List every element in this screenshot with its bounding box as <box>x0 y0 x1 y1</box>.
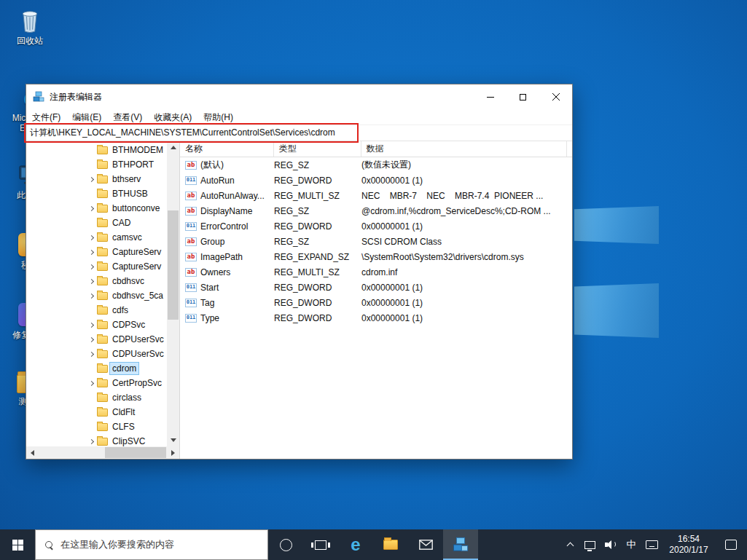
close-button[interactable] <box>539 84 572 109</box>
chevron-right-icon[interactable] <box>87 379 95 387</box>
volume-button[interactable] <box>600 529 622 560</box>
registry-value-row[interactable]: Tag REG_DWORD 0x00000001 (1) <box>180 295 572 310</box>
tree-item[interactable]: CldFlt <box>26 405 167 419</box>
registry-value-row[interactable]: ImagePath REG_EXPAND_SZ \SystemRoot\Syst… <box>180 249 572 264</box>
tree-item[interactable]: camsvc <box>26 230 167 245</box>
vertical-scroll-thumb[interactable] <box>168 210 179 320</box>
chevron-right-icon[interactable] <box>87 321 95 328</box>
horizontal-scroll-thumb[interactable] <box>105 447 166 458</box>
chevron-right-icon[interactable] <box>87 292 95 299</box>
mail-button[interactable] <box>408 529 443 560</box>
file-explorer-button[interactable] <box>373 529 408 560</box>
chevron-right-icon[interactable] <box>87 234 95 241</box>
tree-item[interactable]: bthserv <box>26 172 167 186</box>
chevron-right-icon[interactable] <box>87 438 95 445</box>
touch-keyboard-button[interactable] <box>641 529 662 560</box>
chevron-right-icon[interactable] <box>87 205 95 212</box>
tree-item[interactable]: BTHMODEM <box>26 143 167 157</box>
folder-icon <box>97 321 108 329</box>
tree-horizontal-scrollbar[interactable] <box>26 446 179 459</box>
scroll-down-button[interactable] <box>167 434 179 446</box>
menu-view[interactable]: 查看(V) <box>107 109 148 125</box>
tray-overflow-button[interactable] <box>560 529 579 560</box>
menu-favorites[interactable]: 收藏夹(A) <box>148 109 197 125</box>
menu-edit[interactable]: 编辑(E) <box>66 109 107 125</box>
registry-editor-taskbar-button[interactable] <box>443 529 478 560</box>
registry-value-row[interactable]: Group REG_SZ SCSI CDROM Class <box>180 234 572 249</box>
taskbar-search-box[interactable]: 在这里输入你要搜索的内容 <box>35 529 268 560</box>
cortana-button[interactable] <box>268 529 303 560</box>
address-bar[interactable]: 计算机\HKEY_LOCAL_MACHINE\SYSTEM\CurrentCon… <box>26 125 572 141</box>
tree-item[interactable]: BTHUSB <box>26 186 167 201</box>
registry-value-row[interactable]: ErrorControl REG_DWORD 0x00000001 (1) <box>180 218 572 234</box>
tree-item[interactable]: cdrom <box>26 361 167 376</box>
chevron-right-icon[interactable] <box>87 263 95 270</box>
tree-item[interactable]: CDPUserSvc <box>26 347 167 361</box>
desktop-icon-recycle-bin[interactable]: 回收站 <box>9 7 51 46</box>
minimize-button[interactable] <box>474 84 507 109</box>
tree-item[interactable]: BTHPORT <box>26 157 167 172</box>
maximize-button[interactable] <box>507 84 539 109</box>
tree-item[interactable]: CDPUserSvc <box>26 332 167 347</box>
start-button[interactable] <box>0 529 35 560</box>
registry-value-row[interactable]: AutoRun REG_DWORD 0x00000001 (1) <box>180 173 572 188</box>
value-name: ErrorControl <box>200 221 248 232</box>
search-icon <box>45 541 53 549</box>
chevron-right-icon[interactable] <box>87 350 95 358</box>
scroll-right-button[interactable] <box>167 446 179 459</box>
menu-file[interactable]: 文件(F) <box>26 109 66 125</box>
taskbar: 在这里输入你要搜索的内容 e 中 <box>0 529 747 560</box>
registry-value-row[interactable]: AutoRunAlway... REG_MULTI_SZ NEC MBR-7 N… <box>180 188 572 203</box>
column-header-type[interactable]: 类型 <box>274 141 361 157</box>
edge-taskbar-button[interactable]: e <box>338 529 373 560</box>
task-view-button[interactable] <box>303 529 338 560</box>
keyboard-icon <box>646 540 658 549</box>
value-name: (默认) <box>200 159 224 171</box>
task-view-icon <box>315 540 326 550</box>
tree-item[interactable]: CaptureServ <box>26 245 167 259</box>
tree-item[interactable]: CAD <box>26 216 167 230</box>
chevron-right-icon[interactable] <box>87 248 95 256</box>
value-type: REG_EXPAND_SZ <box>274 252 361 262</box>
tree-item[interactable]: cdfs <box>26 303 167 318</box>
registry-value-row[interactable]: Type REG_DWORD 0x00000001 (1) <box>180 310 572 326</box>
tree-item-label: buttonconve <box>110 202 162 214</box>
desktop-icon-label: 回收站 <box>17 36 43 46</box>
chevron-right-icon[interactable] <box>87 336 95 343</box>
folder-icon <box>97 277 108 285</box>
ime-indicator[interactable]: 中 <box>622 529 641 560</box>
value-data: \SystemRoot\System32\drivers\cdrom.sys <box>361 252 572 262</box>
registry-value-row[interactable]: DisplayName REG_SZ @cdrom.inf,%cdrom_Ser… <box>180 203 572 218</box>
action-center-button[interactable] <box>715 529 747 560</box>
tree-item[interactable]: cbdhsvc_5ca <box>26 288 167 303</box>
network-button[interactable] <box>579 529 600 560</box>
column-header-data[interactable]: 数据 <box>361 141 567 157</box>
tree-item[interactable]: CLFS <box>26 419 167 434</box>
tree-item-label: circlass <box>110 392 144 403</box>
menu-help[interactable]: 帮助(H) <box>197 109 239 125</box>
chevron-right-icon[interactable] <box>87 176 95 183</box>
chevron-right-icon[interactable] <box>87 277 95 285</box>
column-header-name[interactable]: 名称 <box>180 141 274 157</box>
scroll-left-button[interactable] <box>26 446 39 459</box>
tree-item[interactable]: buttonconve <box>26 201 167 216</box>
scroll-up-button[interactable] <box>167 141 179 154</box>
tree-item[interactable]: CDPSvc <box>26 318 167 332</box>
windows-logo-icon <box>12 540 23 551</box>
tree-item[interactable]: CertPropSvc <box>26 376 167 390</box>
registry-value-row[interactable]: Start REG_DWORD 0x00000001 (1) <box>180 280 572 295</box>
tree-item[interactable]: cbdhsvc <box>26 274 167 288</box>
registry-value-row[interactable]: (默认) REG_SZ (数值未设置) <box>180 157 572 173</box>
arrow-up-icon <box>171 146 176 149</box>
folder-icon <box>97 350 108 358</box>
value-type-icon <box>185 299 197 307</box>
tree-item[interactable]: circlass <box>26 390 167 405</box>
taskbar-clock[interactable]: 16:54 2020/1/17 <box>662 529 715 560</box>
title-bar[interactable]: 注册表编辑器 <box>26 84 572 109</box>
tree-item[interactable]: ClipSVC <box>26 434 167 446</box>
tree-item[interactable]: CaptureServ <box>26 259 167 274</box>
folder-icon <box>97 263 108 271</box>
registry-value-row[interactable]: Owners REG_MULTI_SZ cdrom.inf <box>180 264 572 280</box>
tree-vertical-scrollbar[interactable] <box>167 141 179 446</box>
arrow-down-icon <box>171 438 176 442</box>
